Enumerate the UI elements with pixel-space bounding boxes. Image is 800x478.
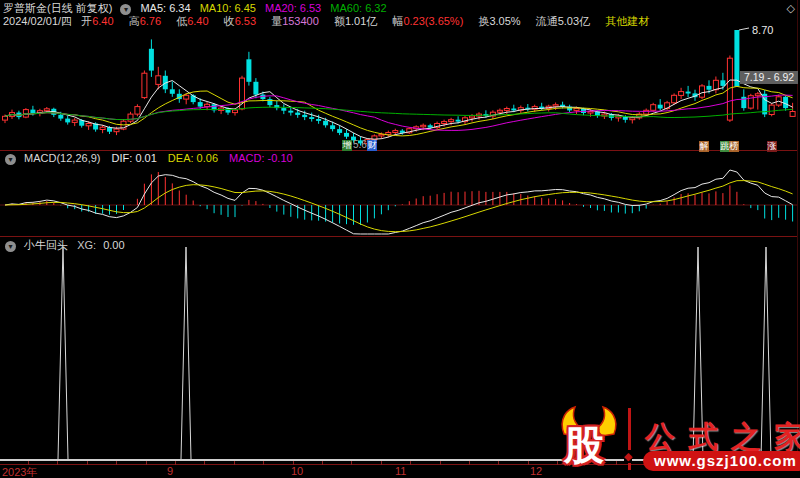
field-close: 收6.53 bbox=[224, 15, 262, 27]
axis-tick bbox=[87, 461, 88, 465]
panel-separator-2 bbox=[0, 236, 798, 237]
macd-value: MACD: -0.10 bbox=[229, 152, 293, 164]
xg-title: 小牛回头 bbox=[24, 239, 68, 251]
ma60-value: MA60: 6.32 bbox=[330, 2, 386, 14]
logo-bull-emblem: 股 bbox=[556, 404, 622, 470]
axis-tick bbox=[146, 461, 147, 465]
axis-tick bbox=[410, 461, 411, 465]
event-badge[interactable]: 解 bbox=[699, 141, 709, 152]
axis-tick bbox=[57, 461, 58, 465]
axis-month-label: 12 bbox=[530, 465, 542, 477]
logo-gu-glyph: 股 bbox=[564, 418, 604, 473]
macd-header: ▾ MACD(12,26,9) DIF: 0.01 DEA: 0.06 MACD… bbox=[3, 152, 293, 165]
panel-separator-1 bbox=[0, 150, 798, 151]
event-badge[interactable]: 财 bbox=[367, 140, 377, 151]
axis-tick bbox=[528, 461, 529, 465]
macd-dea-value: DEA: 0.06 bbox=[168, 152, 218, 164]
axis-year-label: 2023年 bbox=[2, 465, 37, 478]
axis-month-label: 11 bbox=[395, 465, 406, 477]
field-volume: 量153400 bbox=[271, 15, 325, 27]
field-open: 开6.40 bbox=[81, 15, 119, 27]
right-frame-line bbox=[797, 0, 798, 465]
ma5-value: MA5: 6.34 bbox=[140, 2, 190, 14]
collapse-xg-icon[interactable]: ▾ bbox=[5, 241, 16, 252]
axis-month-label: 9 bbox=[167, 465, 173, 477]
high-price-label: 8.70 bbox=[752, 24, 773, 36]
field-low: 低6.40 bbox=[176, 15, 214, 27]
axis-tick bbox=[440, 461, 441, 465]
stock-title: 罗普斯金(日线 前复权) bbox=[3, 2, 112, 14]
info-bar: 2024/02/01/四 开6.40 高6.76 低6.40 收6.53 量15… bbox=[3, 14, 655, 29]
xg-header: ▾ 小牛回头 XG: 0.00 bbox=[3, 238, 125, 253]
logo-site-url: www.gszj100.com bbox=[643, 451, 800, 471]
axis-tick bbox=[234, 461, 235, 465]
axis-tick bbox=[498, 461, 499, 465]
event-badge[interactable]: 榜 bbox=[729, 141, 739, 152]
event-badge[interactable]: 涨 bbox=[767, 141, 777, 152]
field-amount: 额1.01亿 bbox=[334, 15, 383, 27]
sector-link[interactable]: 其他建材 bbox=[605, 15, 649, 27]
gap-range-label: 7.19 - 6.92 bbox=[740, 71, 798, 84]
xg-value: 0.00 bbox=[103, 239, 124, 251]
stock-chart-window: 罗普斯金(日线 前复权)▾ MA5: 6.34 MA10: 6.45 MA20:… bbox=[0, 0, 800, 478]
xg-label: XG: bbox=[77, 239, 96, 251]
logo-divider: ◆ bbox=[628, 408, 631, 470]
diamond-icon[interactable]: ◇ bbox=[787, 2, 795, 15]
axis-tick bbox=[175, 461, 176, 465]
ma20-value: MA20: 6.53 bbox=[265, 2, 321, 14]
axis-tick bbox=[28, 461, 29, 465]
macd-title: MACD(12,26,9) bbox=[24, 152, 100, 164]
logo-diamond-icon: ◆ bbox=[624, 450, 632, 463]
field-change: 幅0.23(3.65%) bbox=[392, 15, 469, 27]
axis-tick bbox=[381, 461, 382, 465]
axis-tick bbox=[263, 461, 264, 465]
axis-tick bbox=[351, 461, 352, 465]
axis-tick bbox=[469, 461, 470, 465]
field-turnover: 换3.05% bbox=[478, 15, 526, 27]
event-badge[interactable]: 增 bbox=[342, 140, 352, 151]
axis-tick bbox=[204, 461, 205, 465]
macd-dif-value: DIF: 0.01 bbox=[112, 152, 157, 164]
collapse-macd-icon[interactable]: ▾ bbox=[5, 154, 16, 165]
field-float: 流通5.03亿 bbox=[536, 15, 596, 27]
axis-tick bbox=[116, 461, 117, 465]
axis-tick bbox=[322, 461, 323, 465]
axis-month-label: 10 bbox=[291, 465, 303, 477]
collapse-main-icon[interactable]: ▾ bbox=[120, 4, 131, 15]
ma10-value: MA10: 6.45 bbox=[200, 2, 256, 14]
date-value: 2024/02/01/四 bbox=[3, 15, 72, 27]
field-high: 高6.76 bbox=[129, 15, 167, 27]
